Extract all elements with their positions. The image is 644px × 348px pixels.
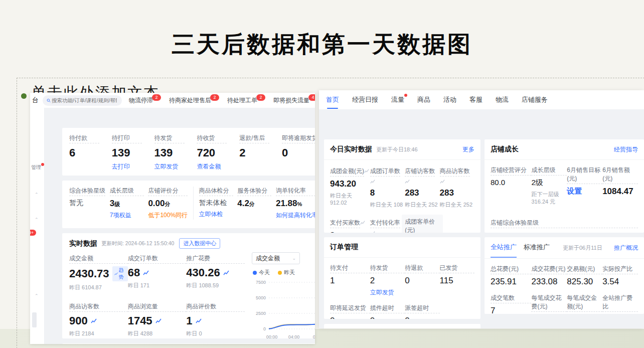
below-peers-link[interactable]: 低于100%同行 <box>148 211 188 220</box>
check-now-link[interactable]: 立即体检 <box>199 210 233 219</box>
stat-label: 支付买家数 <box>330 219 360 228</box>
nav-logistics-stalled[interactable]: 物流停滞2 <box>129 96 162 105</box>
tab-traffic[interactable]: 流量 <box>391 95 404 104</box>
stat-label: 全站推广费比 <box>602 294 638 312</box>
stat-value: 暂无 <box>69 199 105 208</box>
go-print-link[interactable]: 去打印 <box>112 162 142 171</box>
nav-badge: 2 <box>152 94 161 101</box>
trend-icon[interactable] <box>223 270 229 276</box>
order-pickup-timeout: 揽件超时 0 <box>370 304 405 319</box>
legend-today[interactable]: 今天 <box>253 269 270 276</box>
stat-value: 8 <box>370 188 405 198</box>
rights-link[interactable]: 7项权益 <box>110 211 144 220</box>
chevron-up-icon[interactable]: ⌃ <box>35 293 39 298</box>
left-dashboard-window: 台 物流停滞2 待商家处理售后2 待处理工单2 即将损失流量4 未读站内信68 … <box>30 93 315 344</box>
stat-value: 1 <box>330 276 370 286</box>
search-input[interactable] <box>43 95 122 106</box>
tab-customer-service[interactable]: 客服 <box>469 95 482 104</box>
stat-value: 720 <box>197 146 227 159</box>
tab-logistics[interactable]: 物流 <box>496 95 509 104</box>
order-management-card: 订单管理 待支付 1 待发货 2 立即发货 待退款 0 已发货 1 <box>324 237 480 319</box>
stat-label: 综合体验星级 <box>69 187 105 196</box>
trend-icon <box>440 179 445 184</box>
sidebar-item-fragment[interactable]: 管理 <box>31 164 41 171</box>
promo-overview-link[interactable]: 推广概况 <box>614 244 638 252</box>
stat-label: 成团客单价(元) <box>405 218 439 233</box>
stat-label: 待发货 <box>370 264 405 273</box>
metric-gmv: 成交金额 2430.73 趋势 昨日 6104.87 <box>69 254 128 291</box>
chevron-up-icon[interactable]: ⌃ <box>35 192 39 197</box>
stat-label: 成团金额(元) <box>330 167 364 177</box>
stat-label: 已发货 <box>440 264 474 273</box>
stat-label: 即将逾期发货 <box>282 134 315 143</box>
stat-value: 825.30 <box>567 277 602 287</box>
tab-standard-promo[interactable]: 标准推广 <box>524 243 550 253</box>
promo-618-card: 618大促 活动已报名 报名商品生效中 去查看 进入大促报名页 <box>62 343 315 344</box>
stat-prev: 昨日全天 912.02 <box>330 192 370 206</box>
stat-label: 实际投产比 <box>602 265 638 274</box>
stat-label: 成长层级 <box>531 166 567 176</box>
stat-value: 68 <box>128 266 140 279</box>
sidebar-count-badge: 9+ <box>30 230 36 236</box>
tab-products[interactable]: 商品 <box>417 95 430 104</box>
chevron-up-icon[interactable]: ⌃ <box>35 217 39 222</box>
trend-icon[interactable] <box>155 318 162 324</box>
todo-stats-card: 待付款 6 待打印 139 去打印 待发货 139 立即发货 待收货 720 查… <box>62 128 315 176</box>
right-dashboard-body: 今日实时数据 更新于今日18:46 更多 成团金额(元) 943.20 昨日全天… <box>319 109 644 328</box>
set-target-link[interactable]: 设置 <box>567 187 602 196</box>
search-input-field[interactable] <box>51 97 118 104</box>
more-link[interactable]: 更多 <box>462 145 474 154</box>
metric-group-orders: 成团订单数 8 昨日全天 108 <box>370 166 405 209</box>
chevron-down-icon: ⌄ <box>292 256 296 261</box>
legend-label: 昨天 <box>284 269 295 275</box>
nav-badge: 2 <box>256 94 265 101</box>
line-chart: 7500 5000 2500 0 00:00 <box>252 277 315 338</box>
promo-deal-cost: 成交花费(元) 233.08 <box>531 265 567 287</box>
stat-value: 21.88 <box>276 199 297 208</box>
ship-now-link[interactable]: 立即发货 <box>154 162 185 171</box>
sidebar-collapsed-tag[interactable] <box>32 312 37 327</box>
stat-value: 2级 <box>531 178 567 188</box>
series-today <box>269 322 315 329</box>
trend-badge[interactable]: 趋势 <box>112 266 128 281</box>
stat-value: 3.54 <box>602 277 638 287</box>
improve-conversion-link[interactable]: 如何提高转化率 <box>276 211 315 220</box>
tab-shop-services[interactable]: 店铺服务 <box>522 95 548 104</box>
view-amount-link[interactable]: 查看金额 <box>197 162 227 171</box>
select-value: 成交金额 <box>256 254 280 263</box>
stat-label: 成长层级 <box>110 187 144 196</box>
stat-value: 283 <box>405 188 439 198</box>
promo-deal-count: 成交笔数 7 <box>491 294 531 314</box>
ship-now-link[interactable]: 立即发货 <box>370 288 405 297</box>
trend-icon[interactable] <box>143 270 149 276</box>
chart-legend: 今天 昨天 <box>253 269 315 276</box>
stat-label: 待付款 <box>69 134 99 143</box>
shop-rating-card: 综合体验星级 暂无 成长层级 3级 7项权益 店铺评价分 0.00分 低于100… <box>62 181 315 228</box>
nav-pending-aftersale[interactable]: 待商家处理售后2 <box>169 96 220 105</box>
metric-payment-conversion: 支付转化率 2.83% 昨日全天 42.46% <box>370 218 405 233</box>
tab-daily-report[interactable]: 经营日报 <box>352 95 378 104</box>
trend-icon[interactable] <box>196 318 202 324</box>
tab-sitewide-promo[interactable]: 全站推广 <box>491 243 517 253</box>
metric-shop-score: 店铺经营评分 80.0 <box>491 166 531 206</box>
stat-label: 退款/售后 <box>239 134 269 143</box>
todo-cell-to-receive: 待收货 720 查看金额 <box>197 134 227 171</box>
slide-title: 三天后数据和第一天数据图 <box>0 29 644 60</box>
tab-activities[interactable]: 活动 <box>443 95 456 104</box>
trend-badge-label: 趋势 <box>119 267 126 281</box>
trend-icon <box>360 220 365 225</box>
svg-text:04:00: 04:00 <box>288 334 300 338</box>
metric-orders: 成交订单数 68 昨日 171 <box>128 254 187 291</box>
stat-value: 0 <box>282 146 315 159</box>
chart-metric-select[interactable]: 成交金额 ⌄ <box>252 252 300 264</box>
tab-home[interactable]: 首页 <box>326 95 339 104</box>
rating-cell-shop-score: 店铺评价分 0.00分 低于100%同行 <box>148 187 188 220</box>
left-sidebar: 管理 ⌃ ⌃ 9+ ⌃ <box>30 108 45 344</box>
data-center-button[interactable]: 进入数据中心 <box>179 238 220 249</box>
legend-yesterday[interactable]: 昨天 <box>278 269 295 276</box>
business-guidance-link[interactable]: 经营指导 <box>614 145 638 154</box>
trend-icon[interactable] <box>91 318 97 324</box>
stat-prev: 昨日 4288 <box>128 330 187 337</box>
nav-pending-ticket[interactable]: 待处理工单2 <box>227 96 266 105</box>
nav-losing-traffic[interactable]: 即将损失流量4 <box>273 96 315 105</box>
